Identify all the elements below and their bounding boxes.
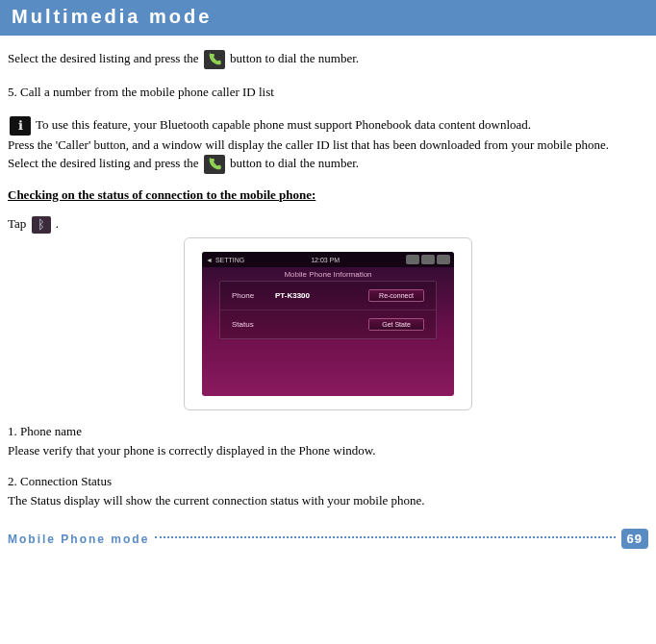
screen-panel-title: Mobile Phone Information	[202, 267, 454, 281]
device-screen: ◄ SETTING 12:03 PM Mobile Phone Informat…	[202, 252, 454, 396]
page-footer: Mobile Phone mode 69	[8, 529, 648, 549]
item2-title: 2. Connection Status	[8, 474, 648, 489]
screen-row-status: Status Get State	[220, 310, 436, 338]
item1-body: Please verify that your phone is correct…	[8, 441, 648, 460]
getstate-button[interactable]: Get State	[368, 318, 424, 331]
screen-time: 12:03 PM	[311, 257, 340, 263]
topbar-btn	[406, 255, 419, 264]
screenshot-frame: ◄ SETTING 12:03 PM Mobile Phone Informat…	[184, 237, 472, 410]
screen-topbar: ◄ SETTING 12:03 PM	[202, 252, 454, 267]
footer-dots	[155, 536, 615, 538]
screen-info-box: Phone PT-K3300 Re-connect Status Get Sta…	[219, 281, 437, 339]
screen-topbar-label: SETTING	[215, 257, 244, 263]
screen-row-phone: Phone PT-K3300 Re-connect	[220, 282, 436, 310]
step5-title: 5. Call a number from the mobile phone c…	[8, 83, 648, 102]
status-label: Status	[232, 320, 275, 329]
intro-after: button to dial the number.	[227, 51, 359, 65]
topbar-btn	[437, 255, 450, 264]
topbar-btn	[421, 255, 435, 264]
step5-block: To use this feature, your Bluetooth capa…	[8, 115, 648, 175]
bluetooth-icon	[32, 216, 51, 234]
step5-line2-before: Select the desired listing and press the	[8, 156, 202, 170]
tap-before: Tap	[8, 216, 30, 231]
tap-after: .	[53, 216, 60, 231]
page-header: Multimedia mode	[0, 0, 656, 36]
call-icon	[204, 50, 225, 69]
page-number: 69	[621, 529, 648, 549]
phone-value: PT-K3300	[275, 291, 368, 300]
step5-line1: Press the 'Caller' button, and a window …	[8, 137, 609, 152]
back-icon: ◄	[206, 257, 213, 263]
footer-section-label: Mobile Phone mode	[8, 533, 149, 546]
item1-title: 1. Phone name	[8, 424, 648, 439]
phone-label: Phone	[232, 291, 275, 300]
step5-line2-after: button to dial the number.	[227, 156, 359, 170]
call-icon	[204, 155, 225, 174]
intro-line: Select the desired listing and press the…	[8, 49, 648, 69]
intro-before: Select the desired listing and press the	[8, 51, 202, 65]
check-heading: Checking on the status of connection to …	[8, 187, 648, 203]
item2-body: The Status display will show the current…	[8, 491, 648, 510]
step5-note: To use this feature, your Bluetooth capa…	[33, 117, 531, 132]
tap-instruction: Tap .	[8, 216, 648, 234]
note-icon	[10, 116, 31, 136]
reconnect-button[interactable]: Re-connect	[368, 289, 424, 302]
page-header-title: Multimedia mode	[12, 6, 212, 27]
